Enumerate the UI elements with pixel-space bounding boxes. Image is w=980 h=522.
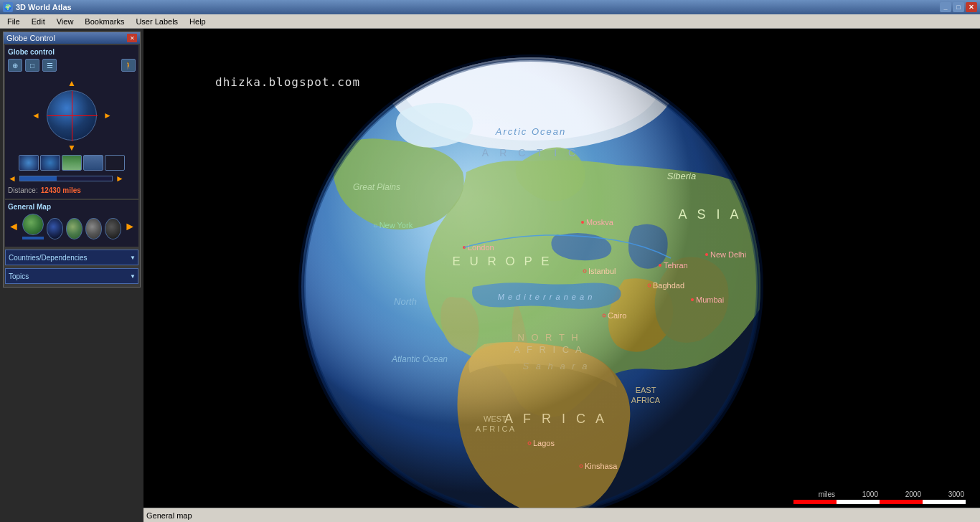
globe-control-title: Globe Control ✕: [4, 32, 140, 44]
menu-help[interactable]: Help: [184, 16, 212, 27]
map-area[interactable]: dhizka.blogspot.com: [143, 29, 980, 522]
watermark: dhizka.blogspot.com: [215, 75, 360, 89]
nav-right-button[interactable]: ►: [102, 109, 113, 122]
menu-bookmarks[interactable]: Bookmarks: [79, 16, 130, 27]
map-thumb-topo[interactable]: [66, 218, 83, 239]
svg-text:Arctic Ocean: Arctic Ocean: [495, 126, 566, 137]
map-thumb-dark[interactable]: [105, 218, 121, 239]
nav-down-button[interactable]: ▼: [66, 141, 77, 154]
zoom-in-button[interactable]: ►: [116, 174, 124, 184]
zoom-slider[interactable]: [19, 176, 113, 181]
svg-text:London: London: [468, 243, 494, 252]
status-text: General map: [146, 511, 192, 520]
globe-control-title-text: Globe Control: [6, 34, 55, 42]
svg-text:A R C T I C: A R C T I C: [482, 147, 580, 158]
menu-file[interactable]: File: [1, 16, 26, 27]
svg-text:North: North: [394, 296, 417, 307]
view-flat-button[interactable]: [62, 155, 82, 171]
svg-point-18: [705, 253, 708, 256]
general-map-section: General Map ◄ ►: [5, 200, 138, 247]
nav-up-button[interactable]: ▲: [66, 77, 77, 90]
map-thumb-physical[interactable]: [22, 214, 44, 235]
svg-text:N O R T H: N O R T H: [517, 332, 580, 343]
window-title: 3D World Atlas: [16, 3, 937, 11]
svg-text:A F R I C A: A F R I C A: [514, 344, 583, 355]
scale-seg-1: [793, 500, 837, 504]
thumb-prev-button[interactable]: ◄: [8, 220, 19, 233]
globe-control-window: Globe Control ✕ Globe control ⊕ □ ☰ 🚶 ▲◄…: [3, 32, 141, 288]
topics-dropdown[interactable]: Topics Climate Population Economy: [5, 268, 138, 284]
menu-view[interactable]: View: [51, 16, 80, 27]
scale-mark-1000: 1000: [837, 490, 880, 498]
view-globe2-button[interactable]: [40, 155, 60, 171]
globe-container: Arctic Ocean A R C T I C Siberia A S I A…: [273, 43, 789, 522]
distance-value: 12430 miles: [41, 186, 81, 194]
svg-text:EAST: EAST: [636, 386, 656, 394]
zoom-out-button[interactable]: ◄: [8, 174, 17, 184]
svg-text:Great Plains: Great Plains: [353, 182, 400, 192]
svg-text:Cairo: Cairo: [608, 311, 626, 320]
menu-edit[interactable]: Edit: [26, 16, 51, 27]
general-map-label: General Map: [8, 203, 136, 211]
svg-text:A S I A: A S I A: [678, 207, 742, 222]
topics-dropdown-wrapper: Topics Climate Population Economy ▼: [5, 268, 138, 284]
svg-point-16: [581, 221, 584, 224]
map-thumb-gray[interactable]: [85, 218, 102, 239]
scale-label-title: miles: [793, 490, 837, 498]
svg-text:S a h a r a: S a h a r a: [523, 361, 590, 371]
menu-user-labels[interactable]: User Labels: [130, 16, 184, 27]
nav-grid: ▲◄►▼: [29, 76, 115, 155]
view-dark-button[interactable]: [105, 155, 125, 171]
title-bar: 🌍 3D World Atlas _ □ ✕: [0, 0, 980, 14]
square-button[interactable]: □: [25, 59, 39, 72]
scale-seg-4: [923, 500, 966, 504]
minimize-button[interactable]: _: [940, 2, 951, 12]
menu-bar: File Edit View Bookmarks User Labels Hel…: [0, 14, 980, 29]
window-controls: _ □ ✕: [940, 2, 977, 12]
main-content: Globe Control ✕ Globe control ⊕ □ ☰ 🚶 ▲◄…: [0, 29, 980, 522]
svg-text:Tehran: Tehran: [664, 261, 688, 270]
globe-control-close[interactable]: ✕: [127, 34, 137, 42]
svg-text:Baghdad: Baghdad: [653, 281, 684, 290]
app-icon: 🌍: [3, 2, 13, 12]
svg-text:Siberia: Siberia: [667, 171, 696, 181]
svg-text:E U R O P E: E U R O P E: [452, 255, 552, 268]
globe-control-label: Globe control: [8, 48, 136, 56]
svg-text:New Delhi: New Delhi: [710, 250, 746, 259]
scale-seg-3: [880, 500, 923, 504]
scale-labels: miles 1000 2000 3000: [793, 490, 966, 498]
left-panel: Globe Control ✕ Globe control ⊕ □ ☰ 🚶 ▲◄…: [0, 29, 143, 522]
svg-text:AFRICA: AFRICA: [631, 396, 661, 404]
list-button[interactable]: ☰: [42, 59, 57, 72]
map-thumb-night[interactable]: [47, 218, 63, 239]
svg-text:Atlantic Ocean: Atlantic Ocean: [391, 354, 448, 364]
svg-text:Kinshasa: Kinshasa: [585, 462, 618, 470]
person-button[interactable]: 🚶: [121, 59, 136, 72]
globe-control-section: Globe control ⊕ □ ☰ 🚶 ▲◄►▼: [5, 45, 138, 199]
scale-seg-2: [837, 500, 880, 504]
crosshair-button[interactable]: ⊕: [8, 59, 22, 72]
svg-text:Lagos: Lagos: [533, 439, 555, 447]
scale-bar: miles 1000 2000 3000: [793, 490, 966, 504]
nav-left-button[interactable]: ◄: [30, 109, 42, 122]
view-globe1-button[interactable]: [19, 155, 39, 171]
svg-text:A F R I C A: A F R I C A: [504, 412, 608, 426]
layer-dropdown-wrapper: Countries/Dependencies Cities Rivers Mou…: [5, 250, 138, 265]
layer-dropdown[interactable]: Countries/Dependencies Cities Rivers Mou…: [5, 250, 138, 265]
control-toolbar: ⊕ □ ☰ 🚶: [8, 59, 136, 72]
svg-text:A F R I C A: A F R I C A: [476, 424, 515, 433]
svg-point-20: [659, 264, 661, 267]
map-thumb-indicator: [22, 237, 44, 239]
scale-mark-2000: 2000: [880, 490, 923, 498]
view-alt-button[interactable]: [83, 155, 103, 171]
map-thumbnails: ◄ ►: [8, 214, 136, 239]
svg-text:Mumbai: Mumbai: [696, 295, 724, 304]
close-button[interactable]: ✕: [966, 2, 977, 12]
maximize-button[interactable]: □: [953, 2, 964, 12]
svg-point-22: [691, 298, 694, 301]
thumb-next-button[interactable]: ►: [124, 220, 136, 233]
scale-bar-graphic: [793, 500, 966, 504]
globe-preview-container: [47, 90, 97, 141]
view-modes: [8, 155, 136, 171]
svg-text:WEST: WEST: [484, 414, 507, 423]
